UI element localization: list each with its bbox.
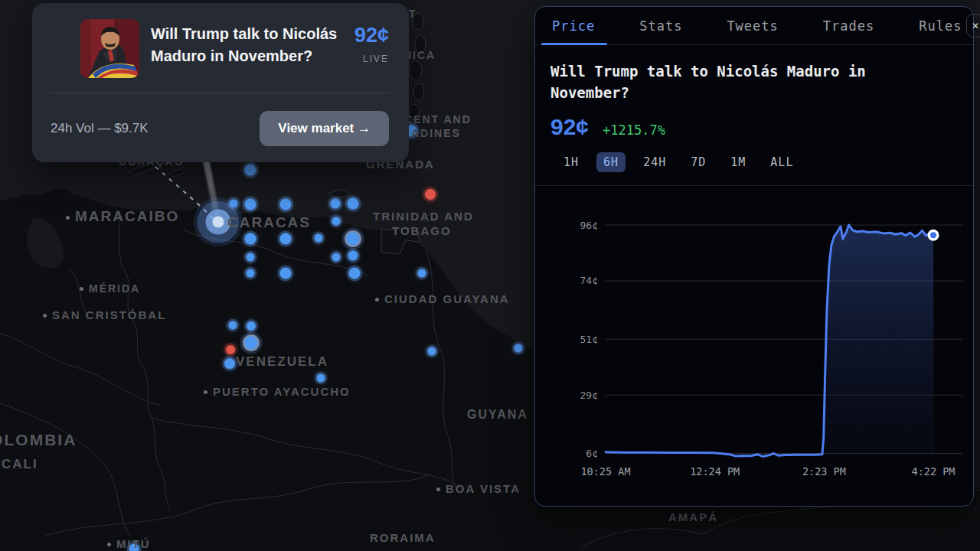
market-detail-panel: PriceStatsTweetsTradesRules ✕ Will Trump… [534, 6, 974, 507]
map-dot-blue[interactable] [245, 165, 256, 176]
map-dot-blue[interactable] [224, 358, 235, 369]
map-dot-blue[interactable] [245, 199, 256, 210]
view-market-button[interactable]: View market → [260, 111, 389, 146]
live-badge: LIVE [363, 54, 389, 64]
active-tab-indicator [541, 43, 607, 45]
range-1h[interactable]: 1H [557, 152, 586, 172]
range-7d[interactable]: 7D [684, 152, 713, 172]
map-dot-red[interactable] [226, 345, 235, 354]
map-dot-blue[interactable] [428, 347, 436, 356]
x-axis-tick: 12:24 PM [690, 465, 740, 478]
range-6h[interactable]: 6H [596, 152, 626, 172]
maduro-photo [80, 19, 139, 78]
map-dot-blue[interactable] [332, 217, 341, 226]
x-axis-tick: 2:23 PM [802, 465, 846, 478]
tab-stats[interactable]: Stats [635, 18, 687, 34]
x-axis-tick: 4:22 PM [912, 465, 956, 478]
map-dot-blue[interactable] [280, 199, 292, 210]
market-title: Will Trump talk to Nicolás Maduro in Nov… [151, 23, 381, 67]
map-dot-blue[interactable] [247, 253, 255, 262]
area-fill [606, 225, 933, 457]
map-dot-blue[interactable] [418, 269, 426, 278]
map-dot-blue[interactable] [280, 268, 292, 279]
tab-rules[interactable]: Rules [914, 18, 966, 34]
map-dot-blue[interactable] [332, 253, 341, 262]
map-dot-blue[interactable] [514, 344, 523, 353]
market-card[interactable]: Will Trump talk to Nicolás Maduro in Nov… [32, 3, 409, 162]
tabs-group: PriceStatsTweetsTradesRules [547, 18, 966, 34]
map-dot-blue[interactable] [129, 544, 139, 551]
y-axis-tick: 96¢ [580, 220, 598, 231]
map-dot-blue[interactable] [349, 268, 361, 279]
close-icon[interactable]: ✕ [966, 14, 980, 37]
market-pulse-dot[interactable] [194, 197, 243, 246]
map-dot-blue[interactable] [280, 233, 292, 245]
map-dot-blue[interactable] [229, 321, 237, 330]
range-24h[interactable]: 24H [636, 152, 673, 172]
panel-price: 92¢ [550, 114, 589, 140]
map-dot-blue[interactable] [348, 251, 358, 261]
range-all[interactable]: ALL [763, 152, 800, 172]
map-dot-blue[interactable] [347, 233, 360, 246]
map-dot-blue[interactable] [315, 234, 323, 243]
map-dot-blue[interactable] [348, 198, 359, 210]
tab-tweets[interactable]: Tweets [722, 18, 782, 34]
panel-tab-bar: PriceStatsTweetsTradesRules ✕ [535, 7, 973, 45]
chart-area[interactable]: 96¢74¢51¢29¢6¢10:25 AM12:24 PM2:23 PM4:2… [535, 186, 973, 486]
price-chart: 96¢74¢51¢29¢6¢10:25 AM12:24 PM2:23 PM4:2… [535, 186, 973, 486]
price-change: +1215.7% [603, 122, 665, 138]
map-dot-blue[interactable] [247, 321, 256, 331]
map-dot-blue[interactable] [247, 269, 255, 278]
panel-question: Will Trump talk to Nicolás Maduro in Nov… [550, 60, 903, 103]
volume-label: 24h Vol — $9.7K [51, 121, 149, 136]
app-stage: MARACAIBOCARACASCURAÇAOGRENADATNICACENT … [0, 0, 980, 551]
y-axis-tick: 29¢ [580, 390, 598, 401]
y-axis-tick: 6¢ [586, 448, 598, 459]
tab-trades[interactable]: Trades [818, 18, 879, 34]
endpoint-dot [930, 232, 936, 238]
market-price: 92¢ [354, 24, 389, 47]
y-axis-tick: 51¢ [580, 334, 598, 345]
card-divider [51, 93, 390, 93]
map-dot-blue[interactable] [245, 233, 256, 245]
time-range-selector: 1H6H24H7D1MALL [550, 152, 958, 172]
map-dot-blue[interactable] [245, 337, 258, 350]
range-1m[interactable]: 1M [724, 152, 753, 172]
map-dot-red[interactable] [425, 189, 436, 200]
map-dot-blue[interactable] [317, 374, 325, 383]
map-dot-blue[interactable] [331, 199, 341, 209]
tab-price[interactable]: Price [547, 18, 599, 34]
x-axis-tick: 10:25 AM [580, 465, 630, 478]
price-row: 92¢ +1215.7% [550, 114, 958, 140]
market-thumbnail [80, 19, 139, 78]
y-axis-tick: 74¢ [580, 275, 598, 286]
